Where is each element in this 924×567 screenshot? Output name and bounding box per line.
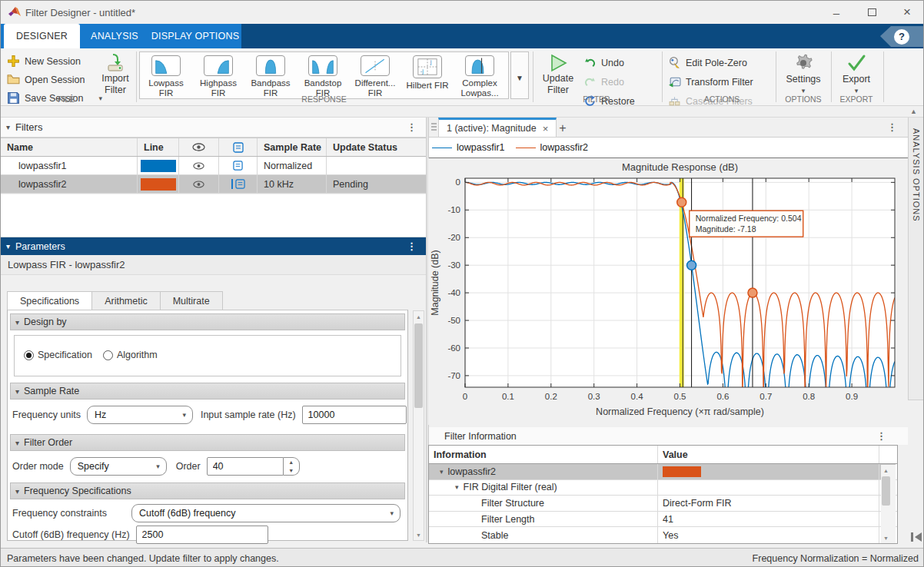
filter-info-toggle[interactable] [219, 157, 258, 174]
expand-icon[interactable]: ▾ [455, 483, 459, 491]
svg-text:0.4: 0.4 [631, 392, 644, 401]
open-session-button[interactable]: Open Session [7, 71, 102, 88]
update-filter-button[interactable]: Update Filter [537, 53, 580, 96]
scroll-down-icon[interactable]: ▼ [414, 529, 424, 540]
gallery-item-bandstop-fir[interactable]: BandstopFIR [297, 52, 349, 98]
undo-button[interactable]: Undo [583, 54, 635, 71]
filter-info-row-filter-length[interactable]: Filter Length 41 [429, 512, 897, 528]
filter-order-section-header[interactable]: ▾ Filter Order [10, 434, 405, 451]
parameters-collapse-icon[interactable]: ▾ [6, 242, 10, 250]
svg-text:0.2: 0.2 [545, 392, 557, 401]
design-by-section-header[interactable]: ▾ Design by [10, 313, 405, 330]
edit-pole-zero-button[interactable]: Edit Pole-Zero [668, 54, 753, 71]
col-information[interactable]: Information [429, 446, 658, 463]
svg-text:Normalized Frequency (×π rad/s: Normalized Frequency (×π rad/sample) [596, 406, 764, 417]
visibility-toggle[interactable] [179, 175, 219, 193]
specification-radio[interactable] [24, 350, 34, 360]
close-button[interactable]: × [889, 1, 924, 24]
filters-collapse-icon[interactable]: ▾ [6, 123, 10, 131]
filter-info-row-fir-digital-filter[interactable]: ▾FIR Digital Filter (real) [429, 480, 897, 496]
analysis-options-tab[interactable]: ANALYSIS OPTIONS [908, 118, 924, 400]
scroll-down-icon[interactable]: ▼ [881, 532, 891, 543]
gallery-item-hilbert-fir[interactable]: j-j Hilbert FIR [401, 52, 454, 98]
transform-filter-button[interactable]: Transform Filter [668, 73, 753, 91]
filters-menu-icon[interactable]: ⋮ [407, 121, 417, 133]
spinner-down-icon[interactable]: ▼ [284, 466, 299, 475]
redo-button[interactable]: Redo [583, 73, 635, 91]
scrollbar-thumb[interactable] [882, 476, 890, 506]
scrollbar-thumb[interactable] [414, 323, 423, 408]
settings-button[interactable]: Settings ▾ [779, 52, 827, 97]
gallery-item-bandpass-fir[interactable]: BandpassFIR [244, 52, 297, 98]
magnitude-response-chart[interactable]: Normalized Frequency: 0.504Magnitude: -7… [428, 158, 908, 425]
frequency-specifications-section-header[interactable]: ▾ Frequency Specifications [10, 482, 405, 499]
gallery-item-complex-lowpass[interactable]: ComplexLowpas... [454, 52, 506, 98]
tab-multirate[interactable]: Multirate [161, 291, 223, 310]
order-field[interactable] [207, 457, 284, 476]
col-visibility[interactable] [179, 138, 219, 156]
tab-arithmetic[interactable]: Arithmetic [92, 291, 161, 310]
chart-svg[interactable]: Normalized Frequency: 0.504Magnitude: -7… [428, 158, 908, 425]
legend-item-lowpassfir1[interactable]: lowpassfir1 [432, 142, 505, 153]
new-plot-tab-button[interactable]: + [553, 120, 572, 137]
frequency-units-dropdown[interactable]: Hz ▾ [87, 406, 193, 424]
filter-info-scrollbar[interactable]: ▲ ▼ [881, 465, 896, 543]
col-sample-rate[interactable]: Sample Rate [258, 138, 327, 156]
col-line[interactable]: Line [138, 138, 179, 156]
maximize-button[interactable] [854, 1, 889, 24]
eye-icon [193, 162, 204, 170]
plot-legend: lowpassfir1 lowpassfir2 [429, 138, 908, 158]
filter-info-row-lowpassfir2[interactable]: ▾lowpassfir2 [429, 464, 897, 480]
parameters-scrollbar[interactable]: ▲ ▼ [413, 310, 424, 541]
order-mode-dropdown[interactable]: Specify ▾ [70, 457, 167, 476]
col-value[interactable]: Value [658, 446, 879, 463]
filter-information-menu-icon[interactable]: ⋮ [876, 430, 886, 442]
filter-info-toggle[interactable] [219, 175, 258, 193]
line-color-swatch[interactable] [141, 160, 176, 172]
col-name[interactable]: Name [1, 138, 138, 156]
tab-display-options[interactable]: DISPLAY OPTIONS [149, 24, 241, 48]
order-spinner[interactable]: ▲ ▼ [284, 457, 300, 476]
minimize-button[interactable]: – [819, 1, 854, 24]
col-update-status[interactable]: Update Status [327, 138, 426, 156]
cutoff-frequency-field[interactable] [136, 526, 268, 544]
import-filter-button[interactable]: Import Filter [95, 53, 136, 96]
hilbert-fir-icon: j-j [413, 55, 442, 78]
filter-info-row-filter-structure[interactable]: Filter Structure Direct-Form FIR [429, 496, 897, 512]
filter-row-lowpassfir1[interactable]: lowpassfir1 Normalized [1, 157, 426, 175]
gallery-item-highpass-fir[interactable]: HighpassFIR [192, 52, 244, 98]
plot-menu-icon[interactable]: ⋮ [887, 121, 897, 133]
scroll-up-icon[interactable]: ▲ [414, 311, 424, 322]
frequency-constraints-dropdown[interactable]: Cutoff (6dB) frequency ▾ [131, 504, 401, 522]
response-gallery-dropdown-button[interactable]: ▼ [510, 51, 529, 99]
spinner-up-icon[interactable]: ▲ [284, 458, 299, 466]
sample-rate-section-header[interactable]: ▾ Sample Rate [10, 383, 405, 400]
new-session-button[interactable]: New Session [7, 52, 102, 70]
input-sample-rate-field[interactable] [302, 406, 407, 424]
scroll-up-icon[interactable]: ▲ [881, 465, 891, 476]
panel-grip-icon[interactable] [430, 122, 437, 133]
visibility-toggle[interactable] [179, 157, 219, 174]
close-tab-icon[interactable]: × [543, 123, 549, 134]
expand-icon[interactable]: ▾ [440, 468, 444, 476]
plot-tab-magnitude[interactable]: 1 (active): Magnitude × [438, 118, 557, 138]
gallery-item-lowpass-fir[interactable]: LowpassFIR [140, 52, 192, 98]
gallery-item-differentiator-fir[interactable]: Different...FIR [349, 52, 401, 98]
status-bar: Parameters have been changed. Update fil… [1, 548, 924, 567]
export-button[interactable]: Export ▾ [835, 52, 878, 97]
dock-left-icon[interactable] [909, 531, 923, 543]
filter-info-row-stable[interactable]: Stable Yes [429, 527, 897, 543]
matlab-logo-icon [8, 6, 22, 18]
algorithm-radio[interactable] [103, 350, 113, 360]
line-color-swatch[interactable] [141, 178, 176, 191]
tab-specifications[interactable]: Specifications [7, 291, 92, 310]
tab-analysis[interactable]: ANALYSIS [80, 24, 149, 48]
tab-designer[interactable]: DESIGNER [4, 24, 80, 48]
col-info[interactable] [219, 138, 258, 156]
filter-name: lowpassfir2 [1, 175, 138, 193]
filter-row-lowpassfir2[interactable]: lowpassfir2 10 kHz Pending [1, 175, 426, 194]
ribbon-collapse-button[interactable]: ▲ [910, 108, 917, 115]
filter-info-header-row: Information Value [429, 446, 897, 464]
parameters-menu-icon[interactable]: ⋮ [407, 240, 417, 252]
legend-item-lowpassfir2[interactable]: lowpassfir2 [516, 142, 589, 153]
